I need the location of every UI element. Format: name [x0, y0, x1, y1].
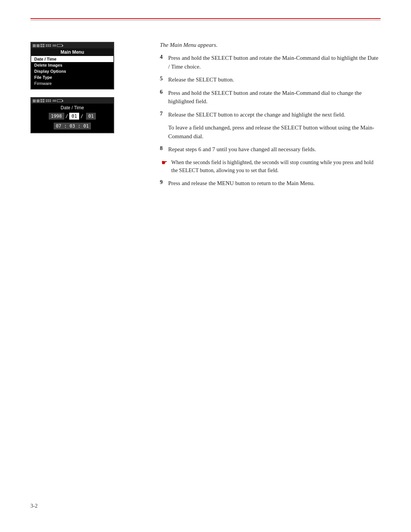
icon2	[37, 99, 40, 102]
page: Main Menu Date / Time Delete Images Disp…	[0, 0, 411, 532]
screen2-month: 01	[69, 113, 79, 120]
screen1-menu-item-3: File Type	[31, 74, 113, 80]
screen1-menu-item-1: Delete Images	[31, 62, 113, 68]
icon-battery	[57, 44, 62, 47]
step-4-text: Press and hold the SELECT button and rot…	[168, 54, 381, 71]
step-5-row: 5 Release the SELECT button.	[160, 75, 381, 84]
icon-grid2	[46, 44, 52, 47]
note-icon: ☛	[161, 158, 171, 167]
note-row: ☛ When the seconds field is highlighted,…	[160, 158, 381, 174]
icon-battery2	[57, 99, 62, 102]
gray-line	[30, 20, 381, 21]
step-7-row: 7 Release the SELECT button to accept th…	[160, 110, 381, 119]
screen2-date-row: 1998 / 01 / 01	[31, 111, 113, 121]
step-9-text: Press and release the MENU button to ret…	[168, 179, 381, 188]
main-content: Main Menu Date / Time Delete Images Disp…	[30, 42, 381, 192]
icon-grid2	[46, 99, 52, 102]
screen2-icons	[33, 99, 62, 102]
step-4-num: 4	[160, 54, 168, 60]
screen1-title: Main Menu	[31, 48, 113, 56]
screen1-mockup: Main Menu Date / Time Delete Images Disp…	[30, 42, 114, 89]
note-text: When the seconds field is highlighted, t…	[171, 158, 381, 174]
icon-grid	[40, 44, 45, 47]
screen2-time-row: 07 : 03 : 01	[31, 121, 113, 133]
step-4-row: 4 Press and hold the SELECT button and r…	[160, 54, 381, 71]
screen1-menu-item-0: Date / Time	[31, 56, 113, 62]
right-column: The Main Menu appears. 4 Press and hold …	[141, 42, 381, 192]
screen2-day: 01	[86, 113, 96, 120]
screen2-time: 07 : 03 : 01	[54, 123, 91, 129]
icon2	[37, 44, 40, 47]
step-9-num: 9	[160, 179, 168, 185]
italic-caption: The Main Menu appears.	[160, 42, 381, 48]
page-number: 3-2	[30, 503, 38, 509]
screen2-title: Date / Time	[31, 104, 113, 111]
step-7-num: 7	[160, 110, 168, 117]
icon-lines2	[53, 100, 56, 102]
step-9-row: 9 Press and release the MENU button to r…	[160, 179, 381, 188]
screen1-menu-item-2: Display Options	[31, 68, 113, 74]
red-line	[30, 18, 381, 19]
step-6-text: Press and hold the SELECT button and rot…	[168, 89, 381, 106]
step-5-text: Release the SELECT button.	[168, 75, 381, 84]
screen2-year: 1998	[49, 113, 64, 120]
sub-paragraph: To leave a field unchanged, press and re…	[160, 123, 381, 141]
icon1	[33, 99, 36, 102]
screen1-icons	[33, 44, 62, 47]
icon-lines	[53, 45, 56, 46]
step-8-text: Repeat steps 6 and 7 until you have chan…	[168, 145, 381, 154]
screen2-mockup: Date / Time 1998 / 01 / 01 07 : 03 : 01	[30, 97, 114, 133]
step-5-num: 5	[160, 75, 168, 82]
screen2-topbar	[31, 98, 113, 104]
step-7-text: Release the SELECT button to accept the …	[168, 110, 381, 119]
top-decorative-lines	[30, 18, 381, 21]
step-6-num: 6	[160, 89, 168, 95]
screen1-topbar	[31, 43, 113, 48]
icon-grid	[40, 99, 45, 102]
step-8-num: 8	[160, 145, 168, 152]
screen1-menu-item-4: Firmware	[31, 80, 113, 86]
step-8-row: 8 Repeat steps 6 and 7 until you have ch…	[160, 145, 381, 154]
left-column: Main Menu Date / Time Delete Images Disp…	[30, 42, 141, 192]
step-6-row: 6 Press and hold the SELECT button and r…	[160, 89, 381, 106]
icon1	[33, 44, 36, 47]
